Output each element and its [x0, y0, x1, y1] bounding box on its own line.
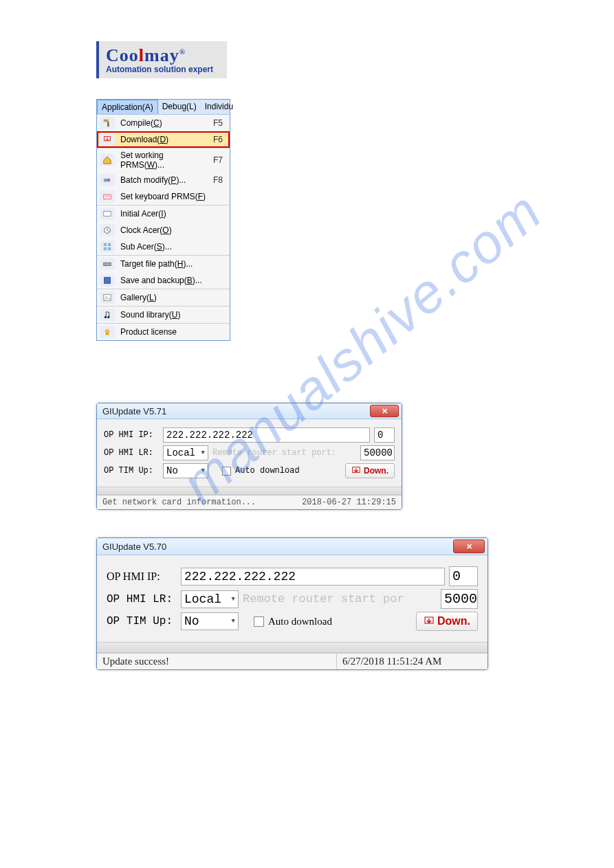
menu-item-label: Product license	[120, 327, 227, 337]
dialog2-title: GIUpdate V5.70	[102, 542, 166, 552]
menu-item[interactable]: Set working PRMS(W)...F7	[97, 148, 230, 172]
card-icon	[100, 208, 115, 220]
drive-icon	[100, 258, 115, 270]
giupdate-dialog-v571: GIUpdate V5.71 ✕ OP HMI IP: 222.222.222.…	[96, 403, 402, 510]
music-icon	[100, 309, 115, 321]
logo: Coolmay® Automation solution expert	[96, 41, 227, 78]
svg-point-17	[105, 316, 107, 319]
lr-select[interactable]: Local▼	[163, 445, 208, 460]
menu-item[interactable]: Initial Acer(I)	[97, 205, 230, 222]
logo-pre: Coo	[106, 45, 139, 65]
svg-rect-12	[108, 247, 111, 250]
menu-item[interactable]: Clock Acer(O)	[97, 222, 230, 238]
svg-rect-1	[107, 122, 109, 126]
menu-item[interactable]: Sound library(U)	[97, 307, 230, 323]
auto-download-checkbox[interactable]	[254, 616, 264, 627]
menu-item[interactable]: Sub Acer(S)...	[97, 238, 230, 255]
menu-item-label: Set keyboard PRMS(F)	[120, 192, 227, 201]
status-timestamp: 6/27/2018 11:51:24 AM	[336, 654, 487, 669]
keyboard-icon	[100, 190, 115, 203]
close-button[interactable]: ✕	[453, 539, 485, 553]
ip-input[interactable]: 222.222.222.222	[163, 427, 370, 443]
menu-shortcut: F7	[213, 155, 227, 165]
menu-item[interactable]: Target file path(H)...	[97, 256, 230, 272]
down-button[interactable]: Down.	[416, 612, 478, 631]
svg-rect-14	[105, 278, 111, 284]
clock-icon	[100, 224, 115, 236]
menu-item-label: Initial Acer(I)	[120, 209, 227, 219]
svg-point-18	[107, 316, 110, 319]
menu-item-label: Clock Acer(O)	[120, 225, 227, 235]
menu-item-label: Batch modify(P)...	[120, 175, 208, 185]
home-icon	[100, 154, 115, 166]
svg-rect-11	[104, 247, 107, 250]
tim-select[interactable]: No▼	[163, 463, 208, 478]
logo-subtitle: Automation solution expert	[106, 65, 213, 74]
menu-shortcut: F8	[213, 175, 227, 185]
svg-rect-13	[104, 263, 111, 265]
menu-item[interactable]: Batch modify(P)...F8	[97, 172, 230, 188]
menu-item-label: Gallery(L)	[120, 293, 227, 302]
remote-port-input[interactable]: 50000	[360, 445, 395, 460]
hammer-icon	[100, 117, 115, 129]
remote-port-label: Remote router start port:	[212, 448, 356, 458]
status-text: Update success!	[97, 654, 336, 669]
menu-item[interactable]: Save and backup(B)...	[97, 272, 230, 289]
tim-label: OP TIM Up:	[107, 615, 177, 627]
lr-label: OP HMI LR:	[104, 448, 159, 458]
svg-rect-0	[104, 120, 109, 122]
menubar: Application(A) Debug(L) Individu	[97, 100, 230, 115]
svg-point-19	[105, 329, 110, 334]
svg-rect-10	[108, 243, 111, 246]
menu-shortcut: F5	[213, 118, 227, 128]
license-icon	[100, 326, 115, 338]
ip-label: OP HMI IP:	[104, 430, 159, 440]
menu-item-label: Download(D)	[120, 135, 208, 144]
tim-label: OP TIM Up:	[104, 466, 159, 476]
menubar-tab-individual[interactable]: Individu	[201, 100, 237, 114]
menu-item[interactable]: Compile(C)F5	[97, 115, 230, 131]
status-text: Get network card information...	[97, 496, 296, 509]
logo-mid: l	[139, 45, 144, 65]
batch-icon	[100, 174, 115, 186]
menu-item[interactable]: Gallery(L)	[97, 289, 230, 306]
menu-shortcut: F6	[213, 135, 227, 144]
menu-item[interactable]: Product license	[97, 324, 230, 340]
auto-download-label: Auto download	[235, 466, 300, 476]
menubar-tab-debug[interactable]: Debug(L)	[158, 100, 201, 114]
image-icon	[100, 291, 115, 304]
lr-select[interactable]: Local▼	[181, 590, 239, 608]
auto-download-label: Auto download	[268, 616, 332, 627]
ip-num-input[interactable]: 0	[374, 427, 395, 443]
ip-input[interactable]: 222.222.222.222	[181, 568, 445, 586]
tim-select[interactable]: No▼	[181, 612, 239, 630]
menu-item-label: Target file path(H)...	[120, 259, 227, 269]
close-button[interactable]: ✕	[370, 405, 399, 417]
menu-item-label: Save and backup(B)...	[120, 276, 227, 285]
menu-item-label: Compile(C)	[120, 118, 208, 128]
menu-item[interactable]: Download(D)F6	[97, 131, 230, 148]
giupdate-dialog-v570: GIUpdate V5.70 ✕ OP HMI IP: 222.222.222.…	[96, 537, 488, 670]
menu-item-label: Sound library(U)	[120, 310, 227, 320]
disk-icon	[100, 274, 115, 287]
menu-item[interactable]: Set keyboard PRMS(F)	[97, 188, 230, 205]
lr-label: OP HMI LR:	[107, 593, 177, 605]
remote-port-label: Remote router start por	[243, 592, 437, 605]
logo-reg: ®	[179, 47, 186, 56]
menubar-tab-application[interactable]: Application(A)	[97, 100, 158, 114]
dropdown-menu: Application(A) Debug(L) Individu Compile…	[96, 99, 230, 341]
dialog1-title: GIUpdate V5.71	[102, 406, 166, 416]
remote-port-input[interactable]: 5000	[441, 589, 478, 609]
svg-rect-7	[104, 212, 111, 216]
auto-download-checkbox[interactable]	[222, 467, 231, 476]
ip-num-input[interactable]: 0	[449, 566, 478, 586]
status-timestamp: 2018-06-27 11:29:15	[296, 496, 402, 509]
menu-item-label: Set working PRMS(W)...	[120, 151, 208, 170]
logo-post: may	[144, 45, 179, 65]
svg-point-4	[107, 178, 110, 181]
menu-item-label: Sub Acer(S)...	[120, 242, 227, 252]
down-button[interactable]: Down.	[345, 463, 395, 478]
ip-label: OP HMI IP:	[107, 570, 177, 583]
grid-icon	[100, 241, 115, 253]
svg-rect-9	[104, 243, 107, 246]
